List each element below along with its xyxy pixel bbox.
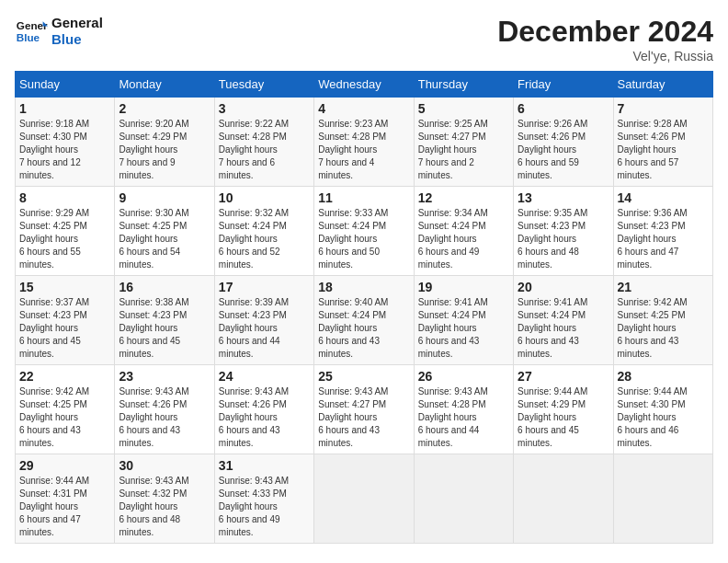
day-number: 18 — [318, 280, 409, 294]
sunrise-label: Sunrise: 9:41 AM — [418, 297, 488, 307]
daylight-value: 6 hours and 54 minutes. — [119, 247, 180, 270]
sunrise-label: Sunrise: 9:28 AM — [618, 119, 688, 129]
daylight-value: 6 hours and 43 minutes. — [318, 425, 380, 448]
sunset-label: Sunset: 4:25 PM — [119, 221, 187, 231]
calendar-cell: 15 Sunrise: 9:37 AM Sunset: 4:23 PM Dayl… — [16, 276, 115, 365]
sunrise-label: Sunrise: 9:20 AM — [119, 119, 188, 129]
daylight-value: 6 hours and 49 minutes. — [219, 514, 280, 537]
sunset-label: Sunset: 4:26 PM — [618, 132, 686, 142]
location: Vel'ye, Russia — [497, 49, 713, 63]
calendar-cell: 19 Sunrise: 9:41 AM Sunset: 4:24 PM Dayl… — [414, 276, 513, 365]
calendar-week-row: 8 Sunrise: 9:29 AM Sunset: 4:25 PM Dayli… — [16, 187, 713, 276]
daylight-value: 6 hours and 59 minutes. — [518, 157, 579, 180]
sunset-label: Sunset: 4:28 PM — [318, 132, 386, 142]
sunrise-label: Sunrise: 9:18 AM — [19, 119, 89, 129]
calendar-cell: 25 Sunrise: 9:43 AM Sunset: 4:27 PM Dayl… — [314, 365, 414, 454]
daylight-label: Daylight hours — [618, 144, 677, 155]
daylight-value: 6 hours and 47 minutes. — [618, 247, 679, 270]
calendar-cell: 2 Sunrise: 9:20 AM Sunset: 4:29 PM Dayli… — [115, 98, 214, 187]
daylight-value: 6 hours and 48 minutes. — [119, 514, 180, 537]
sunrise-label: Sunrise: 9:29 AM — [19, 208, 89, 218]
calendar-cell: 11 Sunrise: 9:33 AM Sunset: 4:24 PM Dayl… — [314, 187, 414, 276]
day-number: 20 — [518, 280, 609, 294]
sunset-label: Sunset: 4:24 PM — [418, 310, 486, 320]
daylight-value: 7 hours and 2 minutes. — [418, 157, 474, 180]
sunset-label: Sunset: 4:25 PM — [618, 310, 686, 320]
header-monday: Monday — [115, 72, 214, 98]
daylight-value: 6 hours and 48 minutes. — [518, 247, 579, 270]
day-info: Sunrise: 9:44 AM Sunset: 4:30 PM Dayligh… — [618, 385, 709, 450]
day-number: 17 — [219, 280, 310, 294]
sunrise-label: Sunrise: 9:43 AM — [119, 476, 188, 486]
daylight-value: 6 hours and 45 minutes. — [518, 425, 579, 448]
daylight-label: Daylight hours — [418, 323, 477, 333]
daylight-label: Daylight hours — [618, 234, 677, 244]
sunset-label: Sunset: 4:32 PM — [119, 488, 187, 499]
day-number: 8 — [19, 190, 110, 205]
day-info: Sunrise: 9:39 AM Sunset: 4:23 PM Dayligh… — [219, 296, 310, 361]
sunrise-label: Sunrise: 9:37 AM — [19, 297, 89, 307]
daylight-label: Daylight hours — [418, 412, 477, 422]
calendar-week-row: 1 Sunrise: 9:18 AM Sunset: 4:30 PM Dayli… — [16, 98, 713, 187]
day-number: 4 — [318, 101, 409, 116]
daylight-value: 6 hours and 55 minutes. — [19, 247, 81, 270]
daylight-value: 6 hours and 45 minutes. — [119, 336, 180, 359]
calendar-cell: 18 Sunrise: 9:40 AM Sunset: 4:24 PM Dayl… — [314, 276, 414, 365]
day-info: Sunrise: 9:44 AM Sunset: 4:29 PM Dayligh… — [518, 385, 609, 450]
sunset-label: Sunset: 4:24 PM — [418, 221, 486, 231]
sunrise-label: Sunrise: 9:42 AM — [618, 297, 688, 307]
sunrise-label: Sunrise: 9:43 AM — [318, 386, 388, 396]
sunset-label: Sunset: 4:23 PM — [518, 221, 586, 231]
calendar-table: Sunday Monday Tuesday Wednesday Thursday… — [15, 71, 713, 544]
daylight-label: Daylight hours — [219, 234, 278, 244]
daylight-value: 6 hours and 44 minutes. — [219, 336, 280, 359]
day-number: 29 — [19, 458, 110, 473]
calendar-cell — [314, 454, 414, 544]
sunrise-label: Sunrise: 9:38 AM — [119, 297, 188, 307]
sunset-label: Sunset: 4:29 PM — [518, 399, 586, 409]
day-number: 21 — [618, 280, 709, 294]
daylight-label: Daylight hours — [19, 412, 78, 422]
daylight-label: Daylight hours — [19, 144, 78, 155]
sunrise-label: Sunrise: 9:33 AM — [318, 208, 388, 218]
month-title: December 2024 — [497, 15, 713, 49]
calendar-cell: 26 Sunrise: 9:43 AM Sunset: 4:28 PM Dayl… — [414, 365, 513, 454]
sunrise-label: Sunrise: 9:30 AM — [119, 208, 188, 218]
day-number: 14 — [618, 190, 709, 205]
calendar-cell — [414, 454, 513, 544]
logo-icon: General Blue — [15, 15, 48, 48]
day-info: Sunrise: 9:42 AM Sunset: 4:25 PM Dayligh… — [19, 385, 110, 450]
sunrise-label: Sunrise: 9:43 AM — [219, 476, 289, 486]
calendar-week-row: 29 Sunrise: 9:44 AM Sunset: 4:31 PM Dayl… — [16, 454, 713, 544]
calendar-cell: 5 Sunrise: 9:25 AM Sunset: 4:27 PM Dayli… — [414, 98, 513, 187]
sunrise-label: Sunrise: 9:22 AM — [219, 119, 289, 129]
daylight-label: Daylight hours — [418, 144, 477, 155]
sunrise-label: Sunrise: 9:44 AM — [518, 386, 587, 396]
sunset-label: Sunset: 4:26 PM — [119, 399, 187, 409]
day-number: 28 — [618, 369, 709, 384]
calendar-week-row: 15 Sunrise: 9:37 AM Sunset: 4:23 PM Dayl… — [16, 276, 713, 365]
sunrise-label: Sunrise: 9:32 AM — [219, 208, 289, 218]
calendar-cell: 30 Sunrise: 9:43 AM Sunset: 4:32 PM Dayl… — [115, 454, 214, 544]
title-area: December 2024 Vel'ye, Russia — [497, 15, 713, 63]
daylight-label: Daylight hours — [318, 412, 377, 422]
day-number: 15 — [19, 280, 110, 294]
day-info: Sunrise: 9:41 AM Sunset: 4:24 PM Dayligh… — [418, 296, 509, 361]
day-info: Sunrise: 9:30 AM Sunset: 4:25 PM Dayligh… — [119, 207, 210, 271]
sunrise-label: Sunrise: 9:43 AM — [119, 386, 188, 396]
daylight-label: Daylight hours — [119, 501, 177, 511]
day-number: 27 — [518, 369, 609, 384]
daylight-value: 6 hours and 43 minutes. — [318, 336, 380, 359]
header-wednesday: Wednesday — [314, 72, 414, 98]
sunrise-label: Sunrise: 9:25 AM — [418, 119, 488, 129]
sunrise-label: Sunrise: 9:42 AM — [19, 386, 89, 396]
daylight-label: Daylight hours — [318, 323, 377, 333]
day-number: 19 — [418, 280, 509, 294]
day-number: 11 — [318, 190, 409, 205]
daylight-value: 6 hours and 50 minutes. — [318, 247, 380, 270]
sunrise-label: Sunrise: 9:43 AM — [219, 386, 289, 396]
calendar-cell: 22 Sunrise: 9:42 AM Sunset: 4:25 PM Dayl… — [16, 365, 115, 454]
daylight-value: 6 hours and 44 minutes. — [418, 425, 480, 448]
daylight-value: 6 hours and 43 minutes. — [518, 336, 579, 359]
sunrise-label: Sunrise: 9:43 AM — [418, 386, 488, 396]
